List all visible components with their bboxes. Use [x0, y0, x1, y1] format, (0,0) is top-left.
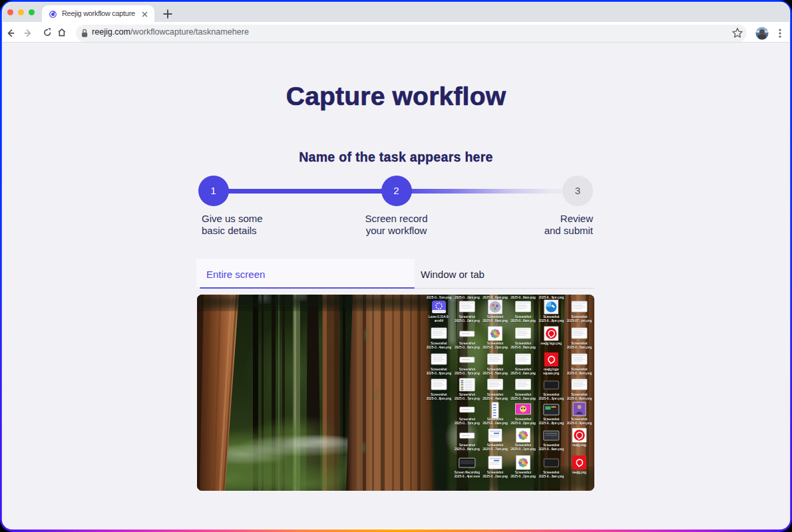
svg-text:2025-0...2am.png: 2025-0...2am.png [483, 475, 508, 478]
svg-text:Screenshot: Screenshot [431, 368, 447, 371]
svg-text:arm64: arm64 [435, 319, 444, 323]
svg-text:Screenshot: Screenshot [459, 342, 476, 345]
svg-text:2025-0...7pm.png: 2025-0...7pm.png [455, 397, 480, 400]
svg-text:Loom 0.314.0-: Loom 0.314.0- [429, 315, 449, 319]
svg-text:Screenshot: Screenshot [543, 315, 560, 319]
svg-text:2025-0...6am.png: 2025-0...6am.png [538, 448, 564, 451]
svg-text:Screenshot: Screenshot [515, 471, 532, 474]
svg-text:2025-0...8am.png: 2025-0...8am.png [510, 296, 536, 299]
svg-text:Screenshot: Screenshot [431, 342, 447, 345]
svg-text:Screenshot: Screenshot [515, 444, 532, 447]
svg-text:Screenshot: Screenshot [487, 393, 504, 396]
svg-text:2025-0...3pm.png: 2025-0...3pm.png [538, 397, 564, 400]
svg-text:2025-0...6am.png: 2025-0...6am.png [455, 346, 480, 349]
svg-text:reejig logo: reejig logo [544, 368, 558, 371]
svg-text:Screenshot: Screenshot [487, 444, 504, 447]
svg-text:2025-0...6pm.png: 2025-0...6pm.png [427, 372, 452, 375]
svg-text:2025-0...8pm.png: 2025-0...8pm.png [427, 397, 452, 400]
svg-text:Screenshot: Screenshot [515, 418, 532, 421]
svg-text:2025-0...8am.png: 2025-0...8am.png [510, 346, 536, 349]
svg-text:Screenshot: Screenshot [543, 418, 560, 421]
svg-text:2025-0...7pm.png: 2025-0...7pm.png [455, 372, 480, 375]
svg-text:2025-0...2pm.png: 2025-0...2pm.png [510, 475, 536, 478]
svg-text:2025-0...9pm.png: 2025-0...9pm.png [538, 296, 564, 299]
svg-text:2025-0...8pm.png: 2025-0...8pm.png [538, 319, 564, 323]
svg-text:2025-0...0am.png: 2025-0...0am.png [483, 422, 508, 425]
svg-text:reejig.svg: reejig.svg [572, 444, 586, 447]
svg-text:2025-0...8am.png: 2025-0...8am.png [510, 319, 536, 323]
svg-text:2025-0...5am.png: 2025-0...5am.png [567, 346, 592, 349]
svg-text:reejig logo.png: reejig logo.png [541, 342, 562, 345]
svg-text:Screenshot: Screenshot [459, 315, 476, 319]
svg-text:2025-0...3am.png: 2025-0...3am.png [538, 475, 564, 478]
svg-text:2025-0...6am.png: 2025-0...6am.png [510, 397, 536, 400]
svg-text:2025-0...5am.png: 2025-0...5am.png [483, 372, 508, 375]
svg-text:Screenshot: Screenshot [571, 342, 588, 345]
svg-text:2025-0...7pm.png: 2025-0...7pm.png [427, 296, 452, 299]
svg-text:2025-0...0pm.png: 2025-0...0pm.png [510, 422, 536, 425]
svg-text:2025-0...4pm.mov: 2025-0...4pm.mov [454, 475, 480, 478]
svg-text:2025-0...2am.png: 2025-0...2am.png [455, 296, 480, 299]
svg-text:Screenshot: Screenshot [571, 393, 588, 396]
svg-text:Screenshot: Screenshot [543, 471, 560, 474]
svg-text:2025-0...8pm.png: 2025-0...8pm.png [567, 397, 592, 400]
svg-text:2025-0...6pm.png: 2025-0...6pm.png [483, 296, 508, 299]
svg-text:Screenshot: Screenshot [543, 393, 560, 396]
svg-text:2025-0...4am.png: 2025-0...4am.png [427, 346, 452, 349]
svg-text:Screenshot: Screenshot [515, 368, 532, 371]
svg-text:reejig.png: reejig.png [572, 471, 586, 474]
svg-text:2025-0...9pm.png: 2025-0...9pm.png [567, 422, 592, 425]
svg-text:2025-0...7pm.png: 2025-0...7pm.png [455, 422, 480, 425]
svg-text:Screenshot: Screenshot [515, 342, 532, 345]
svg-text:Screenshot: Screenshot [459, 368, 476, 371]
svg-text:Screenshot: Screenshot [515, 393, 532, 396]
svg-text:2025-07...pm.png: 2025-07...pm.png [567, 319, 592, 323]
svg-text:2025-0...1pm.png: 2025-0...1pm.png [510, 448, 536, 451]
svg-text:2025-0...8pm.png: 2025-0...8pm.png [538, 422, 564, 425]
svg-text:2025-0...6am.png: 2025-0...6am.png [510, 372, 536, 375]
svg-text:Screenshot: Screenshot [487, 342, 504, 345]
svg-text:Screenshot: Screenshot [459, 418, 476, 421]
svg-text:Screenshot: Screenshot [571, 315, 588, 319]
svg-text:Screenshot: Screenshot [459, 444, 476, 447]
svg-text:2025-0...8pm.png: 2025-0...8pm.png [567, 372, 592, 375]
svg-text:Screenshot: Screenshot [487, 471, 504, 474]
svg-text:Screen Recording: Screen Recording [455, 471, 481, 474]
svg-text:square.png: square.png [543, 372, 559, 375]
svg-text:Screenshot: Screenshot [487, 315, 504, 319]
svg-text:Screenshot: Screenshot [487, 418, 504, 421]
svg-text:2025-0...7am.png: 2025-0...7am.png [483, 448, 508, 451]
svg-text:2025-0...4am.png: 2025-0...4am.png [483, 397, 508, 400]
svg-text:2025-0...0am.png: 2025-0...0am.png [455, 319, 480, 323]
svg-text:Screenshot: Screenshot [571, 368, 588, 371]
svg-text:Screenshot: Screenshot [571, 418, 588, 421]
svg-text:Screenshot: Screenshot [459, 393, 476, 396]
svg-text:2025-0...2pm.png: 2025-0...2pm.png [483, 346, 508, 349]
svg-text:2025-0...8am.png: 2025-0...8am.png [455, 448, 480, 451]
svg-text:2025-0...8am.png: 2025-0...8am.png [483, 319, 508, 323]
svg-text:Screenshot: Screenshot [515, 315, 532, 319]
svg-text:Screenshot: Screenshot [543, 444, 560, 447]
svg-text:Screenshot: Screenshot [431, 393, 447, 396]
svg-text:Screenshot: Screenshot [487, 368, 504, 371]
